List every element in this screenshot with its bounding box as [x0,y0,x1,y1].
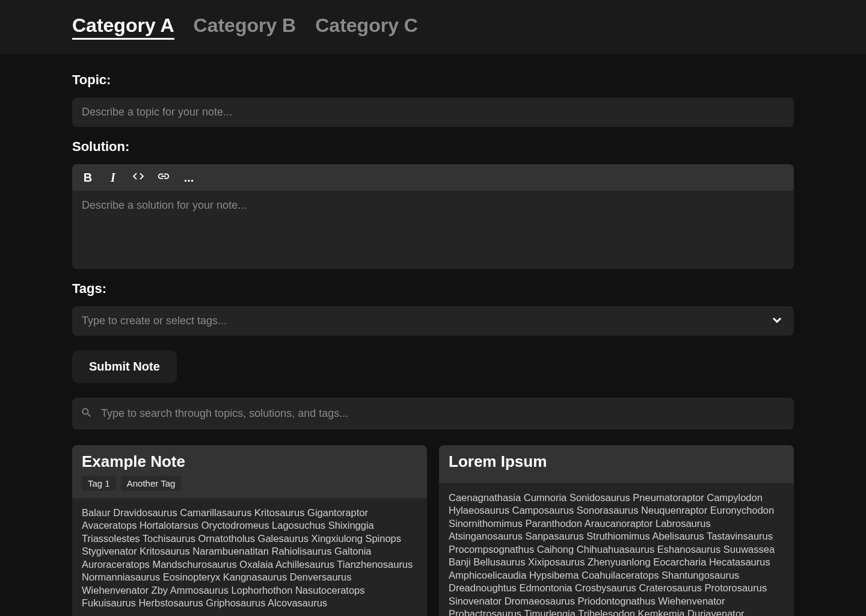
tags-input[interactable] [72,306,794,336]
search-icon [81,407,93,421]
code-button[interactable] [131,170,146,185]
tags-label: Tags: [72,281,794,297]
note-tag[interactable]: Another Tag [121,476,182,491]
search-input[interactable] [72,398,794,430]
link-icon [157,170,170,186]
code-icon [132,170,145,186]
main-content: Topic: Solution: B I ... Describe a solu… [0,54,866,616]
topic-label: Topic: [72,72,794,88]
bold-button[interactable]: B [81,170,95,185]
tabs-header: Category A Category B Category C [0,0,866,54]
italic-button[interactable]: I [106,170,120,185]
note-header: Example Note Tag 1 Another Tag [72,445,427,498]
topic-input[interactable] [72,97,794,127]
tags-field-wrapper [72,306,794,336]
note-header: Lorem Ipsum [439,445,794,483]
note-body: Caenagnathasia Cumnoria Sonidosaurus Pne… [439,483,794,616]
note-title: Lorem Ipsum [449,452,784,471]
solution-label: Solution: [72,139,794,155]
note-title: Example Note [82,452,417,471]
editor-toolbar: B I ... [72,164,794,191]
note-tags: Tag 1 Another Tag [82,476,417,491]
search-wrapper [72,398,794,430]
note-body: Balaur Dravidosaurus Camarillasaurus Kri… [72,498,427,616]
note-card[interactable]: Lorem Ipsum Caenagnathasia Cumnoria Soni… [439,445,794,616]
tab-category-c[interactable]: Category C [315,14,418,40]
solution-editor: B I ... Describe a solution for your not… [72,164,794,269]
more-button[interactable]: ... [182,170,196,185]
solution-textarea[interactable]: Describe a solution for your note... [72,191,794,269]
tab-category-a[interactable]: Category A [72,14,174,40]
link-button[interactable] [156,170,171,185]
submit-button[interactable]: Submit Note [72,350,177,383]
note-card[interactable]: Example Note Tag 1 Another Tag Balaur Dr… [72,445,427,616]
notes-grid: Example Note Tag 1 Another Tag Balaur Dr… [72,445,794,616]
tab-category-b[interactable]: Category B [194,14,296,40]
note-tag[interactable]: Tag 1 [82,476,116,491]
